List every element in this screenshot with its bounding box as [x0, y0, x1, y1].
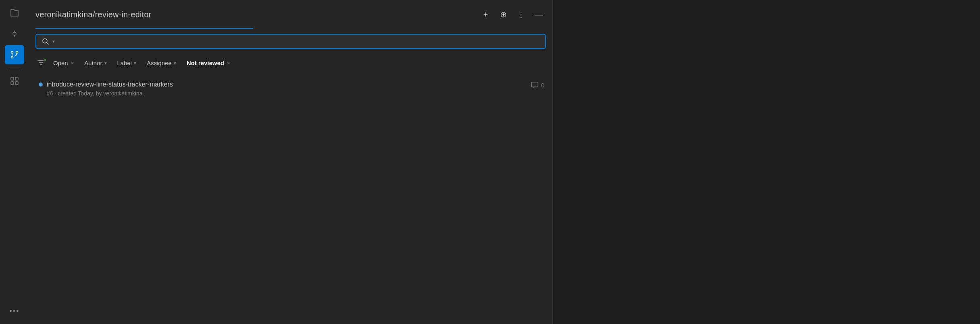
filter-chip-author[interactable]: Author ▾ — [80, 58, 110, 68]
svg-rect-8 — [15, 77, 18, 80]
open-clear[interactable]: × — [71, 60, 74, 66]
svg-line-12 — [47, 43, 49, 45]
pr-list: introduce-review-line-status-tracker-mar… — [29, 72, 552, 324]
filter-chip-label[interactable]: Label ▾ — [113, 58, 141, 68]
assignee-chevron: ▾ — [174, 60, 176, 66]
pr-item-right: 0 — [531, 81, 544, 89]
sidebar-panel: veronikatimkina/review-in-editor + ⊕ ⋮ —… — [29, 0, 553, 324]
sidebar-header: veronikatimkina/review-in-editor + ⊕ ⋮ — — [29, 0, 552, 29]
pr-meta-text: · created Today, by veronikatimkina — [54, 90, 142, 97]
svg-rect-9 — [11, 82, 14, 85]
label-label: Label — [117, 60, 132, 66]
target-button[interactable]: ⊕ — [496, 7, 511, 22]
search-input[interactable] — [58, 38, 540, 45]
search-chevron: ▾ — [52, 39, 55, 44]
source-control-icon[interactable] — [5, 24, 24, 43]
comment-icon — [531, 81, 539, 89]
filter-icon-wrap — [37, 59, 45, 67]
filter-active-dot — [44, 58, 47, 62]
pull-requests-icon[interactable] — [5, 45, 24, 64]
svg-rect-7 — [11, 77, 14, 80]
search-box: ▾ — [35, 34, 546, 49]
pr-open-dot — [39, 83, 43, 87]
filter-chip-open[interactable]: Open × — [49, 58, 78, 68]
pr-item-left: introduce-review-line-status-tracker-mar… — [39, 81, 173, 97]
not-reviewed-clear[interactable]: × — [227, 60, 230, 66]
svg-point-3 — [11, 52, 13, 54]
label-chevron: ▾ — [134, 60, 136, 66]
extensions-icon[interactable] — [5, 71, 24, 91]
svg-point-0 — [13, 32, 16, 35]
comment-count: 0 — [541, 82, 544, 89]
filter-chip-assignee[interactable]: Assignee ▾ — [143, 58, 180, 68]
search-icon — [42, 38, 49, 45]
not-reviewed-label: Not reviewed — [187, 60, 224, 66]
separator — [8, 68, 21, 68]
activity-bar: ••• — [0, 0, 29, 324]
repo-title: veronikatimkina/review-in-editor — [35, 10, 478, 19]
pr-item[interactable]: introduce-review-line-status-tracker-mar… — [29, 75, 552, 101]
author-chevron: ▾ — [104, 60, 107, 66]
author-label: Author — [84, 60, 102, 66]
svg-point-4 — [11, 56, 13, 58]
main-content — [553, 0, 980, 324]
add-button[interactable]: + — [478, 7, 493, 22]
pr-meta: #6 · created Today, by veronikatimkina — [39, 90, 173, 97]
explorer-icon[interactable] — [5, 3, 24, 23]
pr-title: introduce-review-line-status-tracker-mar… — [47, 81, 173, 88]
header-actions: + ⊕ ⋮ — — [478, 7, 546, 22]
open-label: Open — [53, 60, 68, 66]
pr-number: #6 — [47, 90, 53, 97]
more-button[interactable]: ⋮ — [514, 7, 528, 22]
more-icon[interactable]: ••• — [5, 301, 24, 321]
tab-underline — [35, 28, 253, 29]
assignee-label: Assignee — [147, 60, 172, 66]
filter-chip-not-reviewed[interactable]: Not reviewed × — [183, 58, 234, 68]
close-button[interactable]: — — [532, 7, 546, 22]
svg-rect-10 — [15, 82, 18, 85]
filter-bar: Open × Author ▾ Label ▾ Assignee ▾ Not r… — [29, 54, 552, 72]
svg-rect-13 — [532, 82, 538, 87]
pr-title-row: introduce-review-line-status-tracker-mar… — [39, 81, 173, 88]
svg-point-6 — [16, 52, 18, 53]
search-container: ▾ — [29, 29, 552, 54]
